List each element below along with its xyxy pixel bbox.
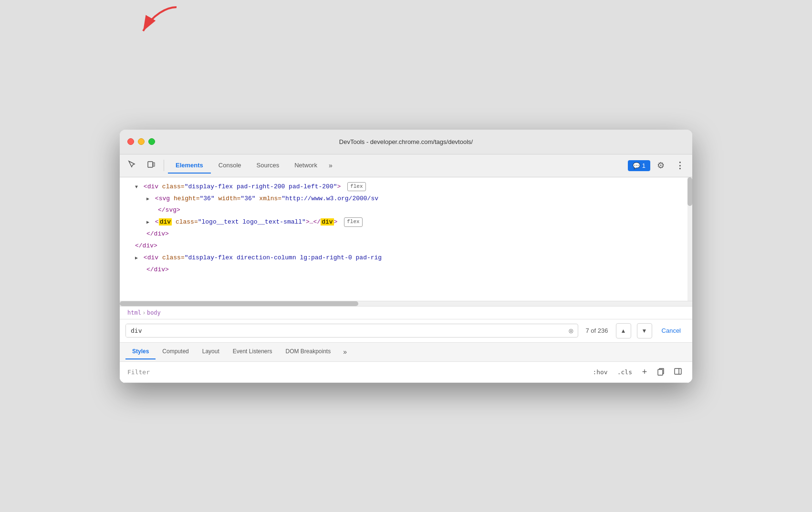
dom-line-7[interactable]: ▶ <div class="display-flex direction-col…: [120, 252, 692, 264]
copy-style-button[interactable]: [654, 365, 667, 379]
traffic-lights: [127, 138, 155, 145]
toolbar-right: 💬 1 ⚙ ⋮: [628, 157, 688, 174]
tab-sources[interactable]: Sources: [249, 158, 287, 174]
triangle-down-icon-1: ▼: [135, 184, 138, 191]
styles-tab-event-listeners[interactable]: Event Listeners: [226, 344, 279, 359]
filter-actions: :hov .cls +: [590, 365, 685, 379]
inspect-icon: [128, 160, 136, 171]
more-styles-tabs-button[interactable]: »: [339, 346, 351, 358]
dom-line-3[interactable]: </svg>: [120, 205, 692, 216]
chat-icon: 💬: [633, 162, 640, 169]
search-clear-button[interactable]: ⊗: [564, 325, 578, 337]
styles-tab-dom-breakpoints[interactable]: DOM Breakpoints: [279, 344, 337, 359]
minimize-button[interactable]: [138, 138, 145, 145]
dom-line-4[interactable]: ▶ <div class="logo__text logo__text-smal…: [120, 216, 692, 228]
close-button[interactable]: [127, 138, 134, 145]
search-input[interactable]: [126, 324, 564, 337]
device-icon: [147, 160, 156, 171]
breadcrumb-bar: html › body: [120, 306, 692, 319]
toolbar-divider: [164, 160, 164, 171]
toggle-sidebar-button[interactable]: [671, 365, 685, 379]
horizontal-scrollbar-thumb[interactable]: [120, 301, 358, 306]
svg-rect-4: [675, 369, 681, 374]
dom-line-1[interactable]: ▼ <div class="display-flex pad-right-200…: [120, 181, 692, 193]
devtools-toolbar: Elements Console Sources Network » 💬 1 ⚙…: [120, 154, 692, 177]
gear-icon: ⚙: [657, 160, 665, 171]
settings-button[interactable]: ⚙: [652, 157, 669, 174]
dom-viewer: ▼ <div class="display-flex pad-right-200…: [120, 177, 692, 301]
svg-rect-1: [153, 163, 155, 166]
dom-line-5[interactable]: </div>: [120, 228, 692, 240]
arrow-down-icon: ▼: [642, 328, 647, 334]
highlight-div-close: div: [321, 218, 333, 225]
dom-line-2[interactable]: ▶ <svg height="36" width="36" xmlns="htt…: [120, 193, 692, 205]
notification-count: 1: [642, 162, 645, 169]
triangle-right-icon-2: ▶: [146, 195, 149, 203]
styles-tab-computed[interactable]: Computed: [156, 344, 195, 359]
styles-tab-layout[interactable]: Layout: [196, 344, 226, 359]
notification-badge[interactable]: 💬 1: [628, 160, 650, 171]
dom-line-6[interactable]: </div>: [120, 240, 692, 252]
flex-badge-1[interactable]: flex: [347, 182, 365, 192]
search-prev-button[interactable]: ▲: [616, 323, 631, 338]
search-input-wrapper: ⊗: [125, 324, 578, 338]
clear-icon: ⊗: [568, 327, 574, 335]
svg-rect-0: [148, 162, 153, 167]
search-next-button[interactable]: ▼: [637, 323, 652, 338]
tab-console[interactable]: Console: [211, 158, 249, 174]
devtools-window: DevTools - developer.chrome.com/tags/dev…: [120, 130, 692, 383]
horizontal-scrollbar[interactable]: [120, 301, 692, 306]
triangle-right-icon-7: ▶: [135, 255, 138, 262]
vertical-scrollbar-track[interactable]: [687, 177, 692, 301]
copy-icon: [656, 367, 665, 377]
breadcrumb-body[interactable]: body: [147, 309, 161, 316]
window-title: DevTools - developer.chrome.com/tags/dev…: [339, 138, 473, 145]
add-style-button[interactable]: +: [639, 366, 650, 378]
hov-button[interactable]: :hov: [590, 367, 610, 378]
filter-bar: Filter :hov .cls +: [120, 362, 692, 383]
plus-icon: +: [642, 367, 647, 377]
breadcrumb-html[interactable]: html: [127, 309, 141, 316]
filter-placeholder: Filter: [127, 369, 590, 376]
search-bar: ⊗ 7 of 236 ▲ ▼ Cancel: [120, 319, 692, 343]
more-vert-icon: ⋮: [676, 160, 684, 171]
device-toggle-button[interactable]: [143, 157, 160, 174]
tab-network[interactable]: Network: [287, 158, 325, 174]
styles-tabs: Styles Computed Layout Event Listeners D…: [120, 343, 692, 362]
flex-badge-4[interactable]: flex: [344, 217, 362, 227]
inspect-element-button[interactable]: [124, 157, 141, 174]
breadcrumb-separator: ›: [143, 309, 145, 316]
styles-tab-styles[interactable]: Styles: [125, 344, 156, 359]
dom-line-8[interactable]: </div>: [120, 264, 692, 276]
triangle-right-icon-4: ▶: [146, 219, 149, 226]
search-cancel-button[interactable]: Cancel: [656, 324, 687, 337]
maximize-button[interactable]: [148, 138, 155, 145]
sidebar-toggle-icon: [674, 367, 682, 377]
search-count: 7 of 236: [586, 327, 608, 334]
vertical-scrollbar-thumb[interactable]: [687, 177, 692, 206]
tab-elements[interactable]: Elements: [168, 158, 211, 174]
more-options-button[interactable]: ⋮: [671, 157, 688, 174]
highlight-div-open: div: [159, 218, 172, 225]
bottom-panel: Styles Computed Layout Event Listeners D…: [120, 343, 692, 383]
titlebar: DevTools - developer.chrome.com/tags/dev…: [120, 130, 692, 154]
toolbar-tabs: Elements Console Sources Network »: [168, 158, 626, 174]
more-tabs-button[interactable]: »: [325, 160, 336, 171]
cls-button[interactable]: .cls: [614, 367, 635, 378]
svg-rect-3: [658, 369, 663, 375]
arrow-up-icon: ▲: [621, 328, 626, 334]
